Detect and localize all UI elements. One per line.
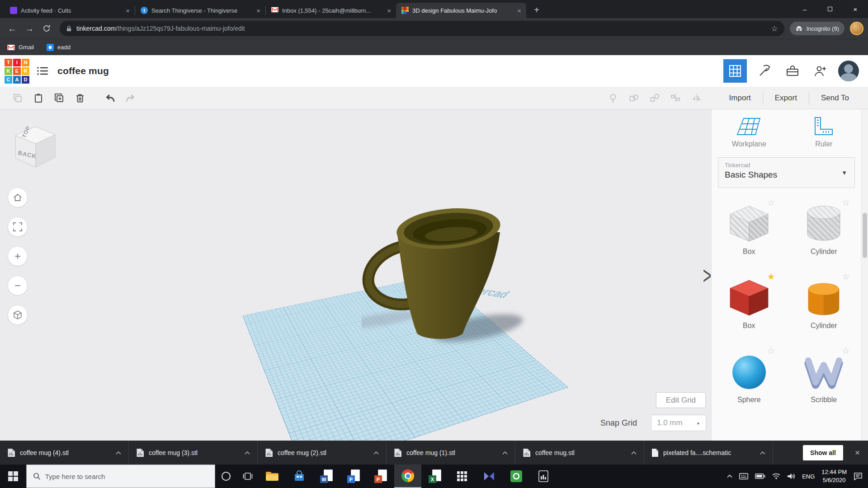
touch-keyboard-icon[interactable] bbox=[739, 473, 748, 479]
home-view-button[interactable] bbox=[8, 188, 28, 207]
taskbar-app-store[interactable] bbox=[286, 465, 313, 488]
profile-avatar[interactable] bbox=[850, 22, 863, 35]
viewport-3d[interactable]: Tinkercad bbox=[0, 109, 711, 441]
bookmark-gmail[interactable]: Gmail bbox=[7, 44, 34, 51]
send-to-button[interactable]: Send To bbox=[809, 91, 861, 105]
ungroup-button[interactable] bbox=[644, 89, 665, 107]
favorite-star-icon[interactable]: ☆ bbox=[767, 197, 775, 208]
fit-view-button[interactable] bbox=[8, 217, 28, 237]
battery-icon[interactable] bbox=[755, 474, 765, 479]
taskbar-app-powerpoint[interactable]: P bbox=[367, 465, 394, 488]
download-item[interactable]: coffee mug.stl bbox=[515, 441, 644, 465]
import-button[interactable]: Import bbox=[717, 91, 763, 105]
volume-icon[interactable] bbox=[787, 473, 795, 479]
refresh-button[interactable] bbox=[39, 21, 54, 36]
group-button[interactable] bbox=[623, 89, 644, 107]
delete-button[interactable] bbox=[70, 89, 90, 107]
show-hidden-button[interactable] bbox=[603, 89, 623, 107]
tray-chevron-up-icon[interactable] bbox=[727, 474, 732, 478]
snap-grid-select[interactable]: 1.0 mm ▲ bbox=[651, 415, 706, 431]
taskbar-app-file-explorer[interactable] bbox=[259, 465, 286, 488]
scrollbar-thumb[interactable] bbox=[863, 213, 867, 258]
bookmark-eadd[interactable]: eadd bbox=[47, 44, 71, 51]
design-menu-button[interactable] bbox=[37, 66, 48, 76]
chevron-up-icon[interactable] bbox=[245, 451, 250, 455]
tab-cults[interactable]: Activity feed · Cults × bbox=[5, 3, 135, 18]
perspective-toggle-button[interactable] bbox=[8, 305, 28, 325]
tab-gmail[interactable]: Inbox (1,554) - 25caih@millburn... × bbox=[266, 3, 396, 18]
start-button[interactable] bbox=[0, 465, 26, 488]
taskbar-clock[interactable]: 12:44 PM 5/6/2020 bbox=[821, 468, 847, 484]
undo-button[interactable] bbox=[99, 89, 120, 107]
downloads-bar-close-icon[interactable]: × bbox=[855, 448, 860, 458]
account-avatar[interactable] bbox=[838, 61, 859, 81]
favorite-star-icon[interactable]: ☆ bbox=[842, 197, 850, 208]
chevron-up-icon[interactable] bbox=[373, 451, 379, 455]
chevron-up-icon[interactable] bbox=[631, 451, 637, 455]
toolbox-button[interactable] bbox=[782, 61, 803, 81]
taskbar-app-chrome[interactable] bbox=[394, 465, 421, 488]
panel-collapse-handle[interactable]: > bbox=[701, 255, 713, 295]
shape-cylinder-gray[interactable]: ☆ Cylinder bbox=[792, 200, 855, 256]
back-button[interactable]: ← bbox=[5, 21, 20, 36]
tab-close-icon[interactable]: × bbox=[124, 7, 131, 14]
export-button[interactable]: Export bbox=[763, 91, 809, 105]
favorite-star-icon[interactable]: ☆ bbox=[842, 345, 850, 356]
panel-scrollbar[interactable] bbox=[861, 109, 868, 441]
taskbar-app-photos[interactable] bbox=[530, 465, 557, 488]
download-item[interactable]: coffee mug (4).stl bbox=[0, 441, 129, 465]
redo-button[interactable] bbox=[120, 89, 141, 107]
workplane-tool[interactable]: Workplane bbox=[712, 117, 787, 148]
window-maximize-button[interactable] bbox=[817, 0, 843, 18]
action-center-icon[interactable] bbox=[854, 472, 863, 480]
shape-box-gray[interactable]: ☆ Box bbox=[717, 200, 781, 256]
tab-close-icon[interactable]: × bbox=[516, 7, 523, 14]
tab-thingiverse[interactable]: t Search Thingiverse - Thingiverse × bbox=[135, 3, 265, 18]
ruler-tool[interactable]: Ruler bbox=[787, 117, 862, 148]
shape-sphere[interactable]: ☆ Sphere bbox=[717, 348, 781, 404]
wifi-icon[interactable] bbox=[772, 473, 780, 479]
zoom-out-button[interactable]: − bbox=[8, 276, 28, 296]
design-title[interactable]: coffee mug bbox=[57, 66, 109, 76]
view-cube[interactable]: TOP BACK bbox=[10, 120, 61, 173]
minecraft-export-button[interactable] bbox=[754, 61, 775, 81]
tab-tinkercad-active[interactable]: 3D design Fabulous Maimu-Jofo × bbox=[396, 3, 526, 18]
shape-cylinder-orange[interactable]: ☆ Cylinder bbox=[792, 274, 855, 330]
duplicate-button[interactable] bbox=[49, 89, 70, 107]
shape-scribble[interactable]: ☆ Scribble bbox=[792, 348, 855, 404]
taskbar-app-green[interactable] bbox=[503, 465, 530, 488]
edit-grid-button[interactable]: Edit Grid bbox=[656, 392, 706, 408]
chevron-up-icon[interactable] bbox=[502, 451, 508, 455]
window-close-button[interactable]: × bbox=[843, 0, 868, 18]
favorite-star-icon[interactable]: ☆ bbox=[842, 271, 850, 282]
paste-button[interactable] bbox=[28, 89, 49, 107]
download-item[interactable]: pixelated fa....schematic bbox=[644, 441, 773, 465]
search-input[interactable] bbox=[45, 473, 208, 480]
coffee-mug-model[interactable] bbox=[362, 199, 538, 350]
dashboard-button[interactable] bbox=[723, 59, 747, 83]
taskbar-app-publisher[interactable]: P bbox=[340, 465, 367, 488]
align-button[interactable] bbox=[665, 89, 686, 107]
task-view-button[interactable] bbox=[237, 465, 259, 488]
language-indicator[interactable]: ENG bbox=[802, 473, 815, 480]
mirror-button[interactable] bbox=[686, 89, 707, 107]
chevron-up-icon[interactable] bbox=[116, 451, 121, 455]
copy-button[interactable] bbox=[7, 89, 28, 107]
zoom-in-button[interactable]: + bbox=[8, 246, 28, 266]
favorite-star-icon[interactable]: ★ bbox=[767, 271, 775, 282]
invite-button[interactable] bbox=[810, 61, 831, 81]
show-all-downloads-button[interactable]: Show all bbox=[803, 445, 843, 460]
taskbar-app-visio[interactable] bbox=[476, 465, 503, 488]
download-item[interactable]: coffee mug (1).stl bbox=[387, 441, 515, 465]
taskbar-search[interactable] bbox=[26, 465, 215, 488]
tinkercad-logo[interactable]: T I N K E R C A D bbox=[5, 59, 29, 84]
shape-library-dropdown[interactable]: Tinkercad Basic Shapes ▼ bbox=[718, 157, 855, 188]
chevron-up-icon[interactable] bbox=[760, 451, 765, 455]
shape-box-red[interactable]: ★ Box bbox=[717, 274, 781, 330]
taskbar-app-excel[interactable]: X bbox=[421, 465, 448, 488]
download-item[interactable]: coffee mug (2).stl bbox=[258, 441, 387, 465]
taskbar-app-calculator[interactable] bbox=[448, 465, 476, 488]
tab-close-icon[interactable]: × bbox=[255, 7, 262, 14]
new-tab-button[interactable]: + bbox=[530, 3, 543, 17]
address-bar[interactable]: tinkercad.com/things/aJz125qs79J-fabulou… bbox=[60, 21, 784, 36]
